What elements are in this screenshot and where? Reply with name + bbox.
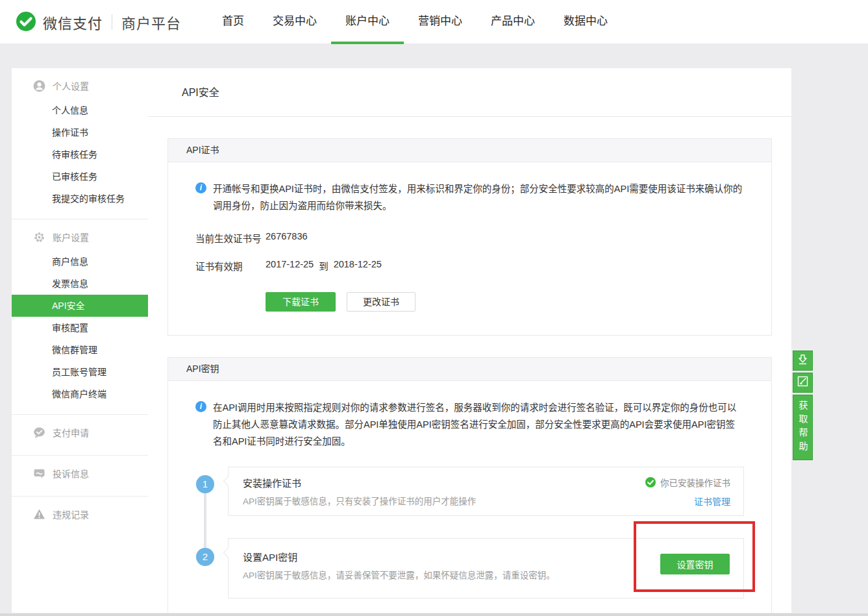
sidebar-item-personal-info[interactable]: 个人信息 (12, 99, 148, 121)
sidebar-section-title: 支付申请 (53, 426, 89, 439)
portal-name: 商户平台 (121, 12, 181, 32)
info-icon: i (195, 401, 206, 412)
warning-icon (33, 508, 45, 521)
get-help-label: 获取帮助 (797, 400, 810, 455)
gear-icon (33, 231, 45, 243)
get-help-button[interactable]: 获取帮助 (793, 395, 813, 460)
content-area: API证书 i 开通帐号和更换API证书时，由微信支付签发，用来标识和界定你的身… (148, 117, 791, 613)
comment-icon (33, 467, 45, 480)
set-key-button[interactable]: 设置密钥 (660, 554, 730, 574)
sidebar-item-wechat-group-mgmt[interactable]: 微信群管理 (12, 339, 148, 361)
logo-divider (112, 14, 112, 30)
user-icon (33, 80, 45, 92)
api-key-card-body: i 在API调用时用来按照指定规则对你的请求参数进行签名，服务器收到你的请求时会… (168, 381, 771, 613)
nav-transaction-center[interactable]: 交易中心 (258, 0, 331, 44)
floating-help-widget: 获取帮助 (793, 351, 813, 460)
sidebar-item-pending-review-tasks[interactable]: 待审核任务 (12, 143, 148, 166)
sidebar-header-complaint-info[interactable]: 投诉信息 (12, 460, 148, 487)
cert-number-value: 26767836 (266, 231, 308, 245)
sidebar: 个人设置 个人信息 操作证书 待审核任务 已审核任务 我提交的审核任务 账户设置… (12, 68, 148, 613)
sidebar-section-title: 违规记录 (53, 508, 89, 521)
sidebar-section-title: 个人设置 (53, 79, 89, 92)
api-key-steps: 1 2 安装操作证书 API密钥属于敏感信息，只有安装了操作证书的用户才能操作 (195, 467, 744, 606)
sidebar-section-complaints: 投诉信息 (12, 456, 148, 497)
sidebar-header-account-settings[interactable]: 账户设置 (12, 223, 148, 251)
api-cert-card: API证书 i 开通帐号和更换API证书时，由微信支付签发，用来标识和界定你的身… (167, 138, 772, 336)
sidebar-section-payment-apply: 支付申请 (12, 415, 148, 456)
bottom-scrollbar[interactable] (0, 613, 868, 616)
download-icon (797, 354, 808, 367)
check-circle-icon (645, 477, 656, 487)
edit-icon (797, 376, 808, 389)
nav-data-center[interactable]: 数据中心 (549, 0, 622, 44)
cert-valid-to-word: 到 (319, 259, 329, 273)
sidebar-header-violation-records[interactable]: 违规记录 (12, 500, 148, 528)
api-key-info-text: 在API调用时用来按照指定规则对你的请求参数进行签名，服务器收到你的请求时会进行… (213, 399, 744, 450)
api-cert-card-title: API证书 (168, 139, 771, 162)
sidebar-header-personal-settings[interactable]: 个人设置 (12, 72, 148, 99)
api-key-card: API密钥 i 在API调用时用来按照指定规则对你的请求参数进行签名，服务器收到… (167, 357, 772, 613)
sidebar-section-personal: 个人设置 个人信息 操作证书 待审核任务 已审核任务 我提交的审核任务 (12, 68, 148, 219)
feedback-float-button[interactable] (793, 373, 813, 393)
api-cert-info-text: 开通帐号和更换API证书时，由微信支付签发，用来标识和界定你的身份；部分安全性要… (213, 180, 744, 214)
cert-validity-label: 证书有效期 (195, 259, 266, 273)
main-panel: API安全 API证书 i 开通帐号和更换API证书时，由微信支付签发，用来标识… (148, 68, 791, 613)
download-float-button[interactable] (793, 351, 813, 371)
nav-account-center[interactable]: 账户中心 (331, 0, 404, 44)
cert-installed-text: 你已安装操作证书 (660, 476, 730, 489)
cert-valid-from: 2017-12-25 (266, 259, 314, 273)
sidebar-item-review-config[interactable]: 审核配置 (12, 317, 148, 339)
step-2-badge: 2 (196, 548, 214, 566)
sidebar-header-payment-apply[interactable]: 支付申请 (12, 419, 148, 446)
sidebar-item-staff-account-mgmt[interactable]: 员工账号管理 (12, 361, 148, 383)
cert-management-link[interactable]: 证书管理 (694, 495, 730, 508)
change-cert-button[interactable]: 更改证书 (347, 292, 415, 312)
sidebar-section-title: 投诉信息 (53, 467, 89, 480)
sidebar-section-account: 账户设置 商户信息 发票信息 API安全 审核配置 微信群管理 员工账号管理 微… (12, 219, 148, 415)
sidebar-item-invoice-info[interactable]: 发票信息 (12, 273, 148, 295)
cert-number-row: 当前生效证书号 26767836 (195, 231, 744, 245)
cert-valid-to: 2018-12-25 (334, 259, 382, 273)
nav-home[interactable]: 首页 (208, 0, 258, 44)
nav-marketing-center[interactable]: 营销中心 (404, 0, 477, 44)
top-header: 微信支付 商户平台 首页 交易中心 账户中心 营销中心 产品中心 数据中心 (0, 0, 868, 44)
logo[interactable]: 微信支付 商户平台 (14, 10, 181, 34)
sidebar-item-api-security[interactable]: API安全 (12, 295, 148, 317)
download-cert-button[interactable]: 下载证书 (266, 292, 336, 312)
top-nav: 首页 交易中心 账户中心 营销中心 产品中心 数据中心 (208, 0, 622, 44)
step-1-install-cert-box: 安装操作证书 API密钥属于敏感信息，只有安装了操作证书的用户才能操作 你已安装… (228, 467, 744, 516)
sidebar-section-title: 账户设置 (53, 230, 89, 243)
step-1-badge: 1 (196, 475, 214, 493)
cert-validity-row: 证书有效期 2017-12-25 到 2018-12-25 (195, 259, 744, 273)
chat-check-icon (33, 426, 45, 439)
api-key-card-title: API密钥 (168, 358, 771, 381)
cert-number-label: 当前生效证书号 (195, 231, 266, 245)
sidebar-item-operation-cert[interactable]: 操作证书 (12, 121, 148, 143)
brand-name: 微信支付 (43, 12, 103, 32)
sidebar-item-my-submitted-tasks[interactable]: 我提交的审核任务 (12, 188, 148, 210)
sidebar-item-merchant-info[interactable]: 商户信息 (12, 251, 148, 273)
sidebar-item-wechat-merchant-terminal[interactable]: 微信商户终端 (12, 383, 148, 405)
sidebar-item-reviewed-tasks[interactable]: 已审核任务 (12, 166, 148, 188)
page-title: API安全 (148, 68, 791, 117)
sidebar-section-violations: 违规记录 (12, 497, 148, 537)
nav-product-center[interactable]: 产品中心 (477, 0, 549, 44)
step-2-set-api-key-box: 设置API密钥 API密钥属于敏感信息，请妥善保管不要泄露，如果怀疑信息泄露，请… (228, 538, 744, 598)
wechat-pay-logo-icon (14, 10, 38, 34)
cert-installed-status: 你已安装操作证书 (645, 476, 730, 489)
api-cert-card-body: i 开通帐号和更换API证书时，由微信支付签发，用来标识和界定你的身份；部分安全… (168, 162, 771, 335)
info-icon: i (195, 182, 206, 193)
